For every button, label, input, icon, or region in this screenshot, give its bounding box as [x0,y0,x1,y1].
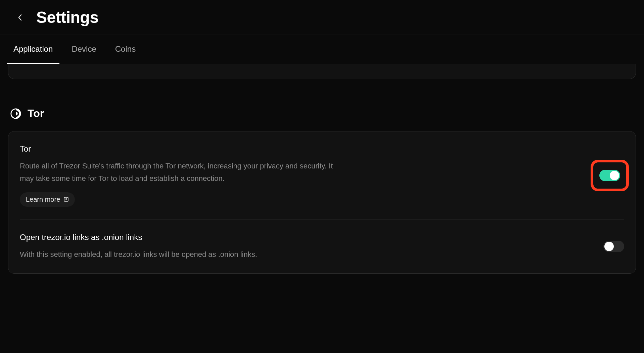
toggle-knob [604,242,614,251]
settings-content: Tor Tor Route all of Trezor Suite's traf… [0,64,644,274]
onion-row-title: Open trezor.io links as .onion links [20,233,342,242]
page-title: Settings [36,8,98,27]
learn-more-button[interactable]: Learn more [20,192,75,207]
tor-row-description: Route all of Trezor Suite's traffic thro… [20,160,342,185]
tor-row-title: Tor [20,144,342,154]
external-link-icon [63,197,69,202]
tor-settings-card: Tor Route all of Trezor Suite's traffic … [8,131,636,274]
tab-device[interactable]: Device [72,35,96,64]
section-title: Tor [28,107,44,120]
chevron-left-icon [17,13,23,22]
settings-header: Settings [0,0,644,35]
settings-tabs: Application Device Coins [0,35,644,64]
learn-more-label: Learn more [26,196,60,203]
tab-coins[interactable]: Coins [115,35,136,64]
tor-toggle-row: Tor Route all of Trezor Suite's traffic … [20,131,624,220]
back-button[interactable] [15,12,26,23]
onion-links-toggle[interactable] [603,241,624,252]
tor-section-header: Tor [8,107,636,120]
onion-row-text: Open trezor.io links as .onion links Wit… [20,233,342,261]
tor-toggle[interactable] [599,170,620,181]
onion-links-row: Open trezor.io links as .onion links Wit… [20,220,624,273]
tab-application[interactable]: Application [13,35,53,64]
tor-icon [10,108,21,119]
tor-toggle-highlight [591,160,629,191]
previous-card-fragment [8,64,636,79]
onion-row-description: With this setting enabled, all trezor.io… [20,248,342,261]
toggle-knob [610,171,619,180]
tor-row-text: Tor Route all of Trezor Suite's traffic … [20,144,342,207]
